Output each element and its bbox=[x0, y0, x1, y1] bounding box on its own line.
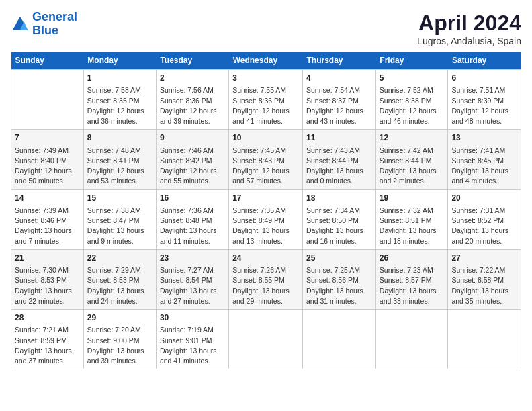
day-info: Sunrise: 7:30 AM Sunset: 8:53 PM Dayligh… bbox=[15, 265, 80, 306]
day-number: 5 bbox=[380, 73, 445, 84]
calendar-cell: 2Sunrise: 7:56 AM Sunset: 8:36 PM Daylig… bbox=[156, 70, 228, 130]
day-number: 24 bbox=[232, 253, 299, 264]
day-number: 22 bbox=[87, 253, 152, 264]
day-info: Sunrise: 7:39 AM Sunset: 8:46 PM Dayligh… bbox=[15, 205, 80, 246]
calendar-cell: 22Sunrise: 7:29 AM Sunset: 8:53 PM Dayli… bbox=[83, 249, 156, 309]
day-number: 14 bbox=[15, 193, 80, 204]
day-number: 26 bbox=[380, 253, 445, 264]
month-title: April 2024 bbox=[417, 11, 521, 36]
day-number: 1 bbox=[87, 73, 152, 84]
logo-icon bbox=[11, 15, 30, 34]
calendar-week-row: 1Sunrise: 7:58 AM Sunset: 8:35 PM Daylig… bbox=[11, 70, 521, 130]
day-info: Sunrise: 7:46 AM Sunset: 8:42 PM Dayligh… bbox=[160, 146, 225, 187]
day-info: Sunrise: 7:58 AM Sunset: 8:35 PM Dayligh… bbox=[87, 85, 152, 126]
calendar-cell bbox=[375, 310, 448, 369]
day-info: Sunrise: 7:19 AM Sunset: 9:01 PM Dayligh… bbox=[160, 325, 225, 366]
day-number: 23 bbox=[160, 253, 225, 264]
day-number: 25 bbox=[306, 253, 372, 264]
calendar-cell: 25Sunrise: 7:25 AM Sunset: 8:56 PM Dayli… bbox=[303, 249, 376, 309]
day-number: 2 bbox=[160, 73, 225, 84]
day-number: 20 bbox=[451, 193, 517, 204]
day-number: 13 bbox=[451, 132, 517, 144]
calendar-week-row: 7Sunrise: 7:49 AM Sunset: 8:40 PM Daylig… bbox=[11, 130, 521, 189]
col-header-friday: Friday bbox=[375, 52, 448, 70]
day-info: Sunrise: 7:36 AM Sunset: 8:48 PM Dayligh… bbox=[160, 205, 225, 246]
day-number: 21 bbox=[15, 253, 80, 264]
day-info: Sunrise: 7:31 AM Sunset: 8:52 PM Dayligh… bbox=[451, 205, 517, 246]
col-header-saturday: Saturday bbox=[448, 52, 521, 70]
calendar-cell: 20Sunrise: 7:31 AM Sunset: 8:52 PM Dayli… bbox=[448, 189, 521, 249]
calendar-week-row: 14Sunrise: 7:39 AM Sunset: 8:46 PM Dayli… bbox=[11, 189, 521, 249]
day-info: Sunrise: 7:35 AM Sunset: 8:49 PM Dayligh… bbox=[232, 205, 299, 246]
calendar-cell bbox=[303, 310, 376, 369]
day-number: 30 bbox=[160, 312, 225, 324]
calendar-cell: 21Sunrise: 7:30 AM Sunset: 8:53 PM Dayli… bbox=[11, 249, 84, 309]
day-info: Sunrise: 7:45 AM Sunset: 8:43 PM Dayligh… bbox=[232, 146, 299, 187]
day-number: 29 bbox=[87, 312, 152, 324]
day-number: 6 bbox=[451, 73, 517, 84]
col-header-tuesday: Tuesday bbox=[156, 52, 228, 70]
calendar-cell: 13Sunrise: 7:41 AM Sunset: 8:45 PM Dayli… bbox=[448, 130, 521, 189]
day-info: Sunrise: 7:26 AM Sunset: 8:55 PM Dayligh… bbox=[232, 265, 299, 306]
calendar-cell: 11Sunrise: 7:43 AM Sunset: 8:44 PM Dayli… bbox=[303, 130, 376, 189]
day-info: Sunrise: 7:41 AM Sunset: 8:45 PM Dayligh… bbox=[451, 146, 517, 187]
logo: General Blue bbox=[11, 11, 77, 38]
calendar-cell: 19Sunrise: 7:32 AM Sunset: 8:51 PM Dayli… bbox=[375, 189, 448, 249]
day-number: 27 bbox=[451, 253, 517, 264]
day-info: Sunrise: 7:42 AM Sunset: 8:44 PM Dayligh… bbox=[380, 146, 445, 187]
calendar-cell: 26Sunrise: 7:23 AM Sunset: 8:57 PM Dayli… bbox=[375, 249, 448, 309]
day-number: 12 bbox=[380, 132, 445, 144]
calendar-cell: 5Sunrise: 7:52 AM Sunset: 8:38 PM Daylig… bbox=[375, 70, 448, 130]
day-number: 3 bbox=[232, 73, 299, 84]
calendar-week-row: 21Sunrise: 7:30 AM Sunset: 8:53 PM Dayli… bbox=[11, 249, 521, 309]
day-info: Sunrise: 7:43 AM Sunset: 8:44 PM Dayligh… bbox=[306, 146, 372, 187]
day-number: 8 bbox=[87, 132, 152, 144]
calendar-cell: 24Sunrise: 7:26 AM Sunset: 8:55 PM Dayli… bbox=[229, 249, 303, 309]
calendar-cell: 29Sunrise: 7:20 AM Sunset: 9:00 PM Dayli… bbox=[83, 310, 156, 369]
day-number: 17 bbox=[232, 193, 299, 204]
day-number: 16 bbox=[160, 193, 225, 204]
calendar-cell: 27Sunrise: 7:22 AM Sunset: 8:58 PM Dayli… bbox=[448, 249, 521, 309]
col-header-wednesday: Wednesday bbox=[229, 52, 303, 70]
calendar-cell: 28Sunrise: 7:21 AM Sunset: 8:59 PM Dayli… bbox=[11, 310, 84, 369]
day-info: Sunrise: 7:48 AM Sunset: 8:41 PM Dayligh… bbox=[87, 146, 152, 187]
day-info: Sunrise: 7:38 AM Sunset: 8:47 PM Dayligh… bbox=[87, 205, 152, 246]
title-block: April 2024 Lugros, Andalusia, Spain bbox=[417, 11, 521, 46]
day-number: 9 bbox=[160, 132, 225, 144]
calendar-cell: 17Sunrise: 7:35 AM Sunset: 8:49 PM Dayli… bbox=[229, 189, 303, 249]
day-number: 11 bbox=[306, 132, 372, 144]
col-header-monday: Monday bbox=[83, 52, 156, 70]
page-header: General Blue April 2024 Lugros, Andalusi… bbox=[11, 11, 521, 46]
day-info: Sunrise: 7:22 AM Sunset: 8:58 PM Dayligh… bbox=[451, 265, 517, 306]
day-info: Sunrise: 7:32 AM Sunset: 8:51 PM Dayligh… bbox=[380, 205, 445, 246]
day-info: Sunrise: 7:29 AM Sunset: 8:53 PM Dayligh… bbox=[87, 265, 152, 306]
day-number: 18 bbox=[306, 193, 372, 204]
calendar-cell: 10Sunrise: 7:45 AM Sunset: 8:43 PM Dayli… bbox=[229, 130, 303, 189]
day-info: Sunrise: 7:27 AM Sunset: 8:54 PM Dayligh… bbox=[160, 265, 225, 306]
day-info: Sunrise: 7:52 AM Sunset: 8:38 PM Dayligh… bbox=[380, 85, 445, 126]
calendar-cell bbox=[229, 310, 303, 369]
day-number: 10 bbox=[232, 132, 299, 144]
calendar-cell: 6Sunrise: 7:51 AM Sunset: 8:39 PM Daylig… bbox=[448, 70, 521, 130]
logo-text: General Blue bbox=[32, 11, 77, 38]
day-info: Sunrise: 7:56 AM Sunset: 8:36 PM Dayligh… bbox=[160, 85, 225, 126]
calendar-cell bbox=[448, 310, 521, 369]
calendar-week-row: 28Sunrise: 7:21 AM Sunset: 8:59 PM Dayli… bbox=[11, 310, 521, 369]
calendar-cell: 8Sunrise: 7:48 AM Sunset: 8:41 PM Daylig… bbox=[83, 130, 156, 189]
day-number: 28 bbox=[15, 312, 80, 324]
calendar-cell: 15Sunrise: 7:38 AM Sunset: 8:47 PM Dayli… bbox=[83, 189, 156, 249]
day-info: Sunrise: 7:55 AM Sunset: 8:36 PM Dayligh… bbox=[232, 85, 299, 126]
col-header-thursday: Thursday bbox=[303, 52, 376, 70]
day-number: 19 bbox=[380, 193, 445, 204]
calendar-cell: 16Sunrise: 7:36 AM Sunset: 8:48 PM Dayli… bbox=[156, 189, 228, 249]
calendar-header-row: SundayMondayTuesdayWednesdayThursdayFrid… bbox=[11, 52, 521, 70]
calendar-cell: 3Sunrise: 7:55 AM Sunset: 8:36 PM Daylig… bbox=[229, 70, 303, 130]
calendar-cell: 4Sunrise: 7:54 AM Sunset: 8:37 PM Daylig… bbox=[303, 70, 376, 130]
location: Lugros, Andalusia, Spain bbox=[417, 36, 521, 46]
day-info: Sunrise: 7:34 AM Sunset: 8:50 PM Dayligh… bbox=[306, 205, 372, 246]
calendar-cell: 30Sunrise: 7:19 AM Sunset: 9:01 PM Dayli… bbox=[156, 310, 228, 369]
col-header-sunday: Sunday bbox=[11, 52, 84, 70]
calendar-table: SundayMondayTuesdayWednesdayThursdayFrid… bbox=[11, 52, 521, 369]
day-info: Sunrise: 7:51 AM Sunset: 8:39 PM Dayligh… bbox=[451, 85, 517, 126]
day-info: Sunrise: 7:54 AM Sunset: 8:37 PM Dayligh… bbox=[306, 85, 372, 126]
